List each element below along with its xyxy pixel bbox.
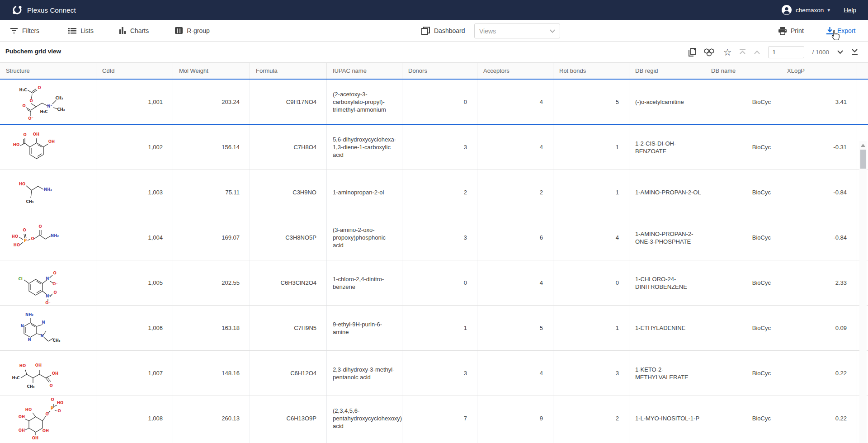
charts-button[interactable]: Charts: [119, 27, 149, 34]
cell-db-name: BioCyc: [705, 215, 781, 260]
cell-cdid: 1,006: [96, 306, 173, 350]
copy-icon[interactable]: [689, 48, 696, 57]
svg-text:OH: OH: [32, 436, 38, 440]
app-title: Plexus Connect: [27, 6, 76, 14]
lists-button[interactable]: Lists: [68, 27, 94, 34]
rgroup-label: R-group: [187, 27, 210, 34]
cell-db-name: BioCyc: [705, 125, 781, 170]
cell-rot-bonds: 1: [553, 306, 629, 350]
scrollbar-thumb[interactable]: [860, 150, 866, 169]
column-header-structure[interactable]: Structure: [0, 63, 96, 79]
column-header-formula[interactable]: Formula: [250, 63, 327, 79]
lists-label: Lists: [80, 27, 94, 34]
filters-label: Filters: [22, 27, 39, 34]
cell-formula: C3H8NO5P: [250, 215, 327, 260]
views-placeholder: Views: [479, 28, 550, 35]
svg-text:N: N: [42, 320, 45, 325]
dihydroxymethylvalerate-structure[interactable]: H₃CHOOHOOHCH₃: [0, 351, 96, 396]
cell: [250, 441, 327, 443]
scroll-up-arrow-icon[interactable]: [861, 144, 865, 147]
column-header-mol-weight[interactable]: Mol Weight: [173, 63, 250, 79]
column-header-acceptors[interactable]: Acceptors: [477, 63, 553, 79]
svg-text:NH₂: NH₂: [25, 312, 33, 317]
export-button[interactable]: Export: [826, 20, 855, 42]
cell-mol-weight: 75.11: [173, 170, 250, 215]
myoinositol-phosphate-structure[interactable]: OPHOOOOHOHOHOHHO: [0, 396, 96, 441]
help-link[interactable]: Help: [844, 7, 856, 14]
column-header-xlogp[interactable]: XLogP: [781, 63, 857, 79]
svg-text:N: N: [28, 337, 31, 342]
previous-page-icon[interactable]: [754, 50, 760, 54]
svg-text:O: O: [23, 132, 26, 137]
page-number-input[interactable]: [768, 46, 804, 58]
column-header-db-regid[interactable]: DB regid: [629, 63, 705, 79]
table-row-partial[interactable]: [0, 441, 868, 443]
rgroup-button[interactable]: R-group: [175, 27, 210, 34]
svg-text:O: O: [57, 409, 61, 413]
cell-acceptors: 2: [477, 170, 553, 215]
table-row[interactable]: NNNNNH₂CH₃1,006163.18C7H9N59-ethyl-9H-pu…: [0, 306, 868, 351]
dashboard-button[interactable]: Dashboard: [421, 20, 465, 42]
cell-iupac-lines: 5,6-dihydroxycyclohexa-1,3-diene-1-carbo…: [327, 125, 402, 170]
cell: [0, 441, 96, 443]
cell-mol-weight: 203.24: [173, 80, 250, 124]
column-header-rot-bonds[interactable]: Rot bonds: [553, 63, 629, 79]
bar-chart-icon: [119, 27, 126, 34]
cell-xlogp: -0.31: [781, 125, 857, 170]
cell-iupac-lines: 1-aminopropan-2-ol: [327, 170, 402, 215]
cell-formula: C9H17NO4: [250, 80, 327, 124]
dihydroxybenzoate-structure[interactable]: OHOOHOH: [0, 125, 96, 170]
svg-text:P: P: [51, 406, 53, 410]
acetylcarnitine-structure[interactable]: H₃COON⁺CH₃CH₃H₃COO⁻: [0, 80, 96, 124]
favorite-star-icon[interactable]: ☆: [723, 47, 732, 57]
aminopropanol-structure[interactable]: HONH₂CH₃: [0, 170, 96, 215]
svg-text:HO: HO: [19, 363, 26, 368]
table-row[interactable]: OHOOHOH1,002156.14C7H8O45,6-dihydroxycyc…: [0, 125, 868, 170]
printer-icon: [778, 27, 787, 35]
last-page-icon[interactable]: [851, 49, 858, 55]
user-menu[interactable]: chemaxon: [796, 7, 824, 14]
print-button[interactable]: Print: [778, 20, 804, 42]
ethyladenine-structure[interactable]: NNNNNH₂CH₃: [0, 306, 96, 350]
vertical-scrollbar[interactable]: [859, 141, 867, 443]
chlorodinitrobenzene-structure[interactable]: ClN⁺OO⁻N⁺OO⁻: [0, 260, 96, 305]
user-avatar-icon[interactable]: [781, 5, 792, 15]
cell-rot-bonds: 1: [553, 125, 629, 170]
cell-donors: 3: [402, 351, 477, 396]
cell-donors: 7: [402, 396, 477, 441]
column-header-db-name[interactable]: DB name: [705, 63, 781, 79]
column-header-iupac-name[interactable]: IUPAC name: [327, 63, 402, 79]
cell-rot-bonds: 0: [553, 260, 629, 305]
first-page-icon[interactable]: [739, 49, 746, 55]
aminopropanone-phosphate-structure[interactable]: HOHOPOOONH₂: [0, 215, 96, 260]
svg-text:HO: HO: [12, 234, 18, 239]
cell-mol-weight: 148.16: [173, 351, 250, 396]
table-row[interactable]: OPHOOOOHOHOHOHHO1,008260.13C6H13O9P(2,3,…: [0, 396, 868, 441]
cell-xlogp: 3.41: [781, 80, 857, 124]
table-row[interactable]: H₃COON⁺CH₃CH₃H₃COO⁻1,001203.24C9H17NO4(2…: [0, 79, 868, 125]
user-menu-caret-icon[interactable]: ▼: [826, 8, 831, 13]
cell-db-name: BioCyc: [705, 80, 781, 124]
cell-xlogp: -0.84: [781, 215, 857, 260]
views-select[interactable]: Views: [474, 24, 560, 38]
table-row[interactable]: ClN⁺OO⁻N⁺OO⁻1,005202.55C6H3ClN2O41-chlor…: [0, 260, 868, 306]
svg-text:N⁺: N⁺: [46, 294, 51, 298]
cell: [96, 441, 173, 443]
cell-donors: 1: [402, 306, 477, 350]
filters-button[interactable]: Filters: [10, 27, 39, 34]
cell-acceptors: 4: [477, 260, 553, 305]
cell-donors: 3: [402, 125, 477, 170]
table-row[interactable]: HOHOPOOONH₂1,004169.07C3H8NO5P(3-amino-2…: [0, 215, 868, 260]
column-header-donors[interactable]: Donors: [402, 63, 477, 79]
table-row[interactable]: HONH₂CH₃1,00375.11C3H9NO1-aminopropan-2-…: [0, 170, 868, 215]
svg-text:OH: OH: [52, 371, 58, 376]
cell-acceptors: 6: [477, 215, 553, 260]
cell-db-name: BioCyc: [705, 351, 781, 396]
svg-text:OH: OH: [48, 139, 55, 144]
cell-formula: C7H8O4: [250, 125, 327, 170]
column-header-cdid[interactable]: CdId: [96, 63, 173, 79]
svg-text:CH₃: CH₃: [55, 96, 63, 100]
table-row[interactable]: H₃CHOOHOOHCH₃1,007148.16C6H12O42,3-dihyd…: [0, 351, 868, 396]
structure-view-hexagons-icon[interactable]: [704, 47, 716, 57]
next-page-icon[interactable]: [837, 50, 844, 54]
